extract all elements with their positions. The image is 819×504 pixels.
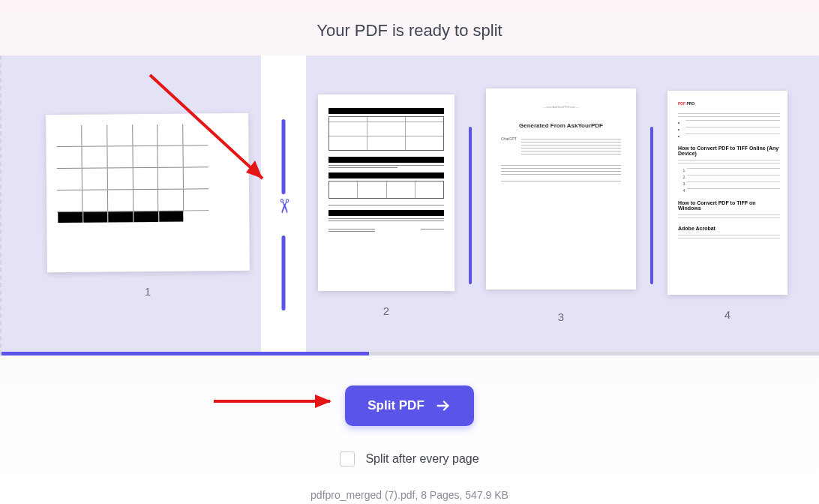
page-4-number: 4 xyxy=(724,308,730,321)
page-2-thumb xyxy=(318,94,454,291)
page-4-thumb: PDF PRO How to Convert PDF to TIFF Onlin… xyxy=(668,91,788,295)
page-4[interactable]: PDF PRO How to Convert PDF to TIFF Onlin… xyxy=(660,91,795,321)
page-title: Your PDF is ready to split xyxy=(0,21,819,40)
arrow-right-icon xyxy=(435,398,452,414)
split-pdf-button[interactable]: Split PDF xyxy=(345,386,474,426)
split-every-page-option[interactable]: Split after every page xyxy=(340,452,478,466)
file-info: pdfpro_merged (7).pdf, 8 Pages, 547.9 KB xyxy=(310,489,508,501)
page-1-thumb xyxy=(46,112,250,272)
page-3-thumb: — visit AskYourPDF.com — Generated From … xyxy=(486,88,636,290)
thumbnails-strip: 1 ✂ xyxy=(0,56,819,356)
page-2-number: 2 xyxy=(383,304,389,317)
page-2[interactable]: 2 xyxy=(310,94,462,317)
page-1-number: 1 xyxy=(145,285,151,298)
split-pdf-label: Split PDF xyxy=(368,398,424,413)
scrollbar-thumb[interactable] xyxy=(2,352,369,356)
page-1[interactable]: 1 xyxy=(39,114,256,298)
horizontal-scrollbar[interactable] xyxy=(2,352,819,356)
scissors-icon: ✂ xyxy=(266,197,302,214)
header: Your PDF is ready to split xyxy=(0,0,819,56)
page-3-number: 3 xyxy=(558,310,564,323)
page-3[interactable]: — visit AskYourPDF.com — Generated From … xyxy=(478,88,644,323)
split-gap-3[interactable] xyxy=(644,100,660,310)
split-gap-2[interactable] xyxy=(462,100,478,310)
split-marker-1[interactable]: ✂ xyxy=(261,56,306,356)
split-every-page-label: Split after every page xyxy=(365,452,478,466)
split-every-page-checkbox[interactable] xyxy=(340,452,355,466)
